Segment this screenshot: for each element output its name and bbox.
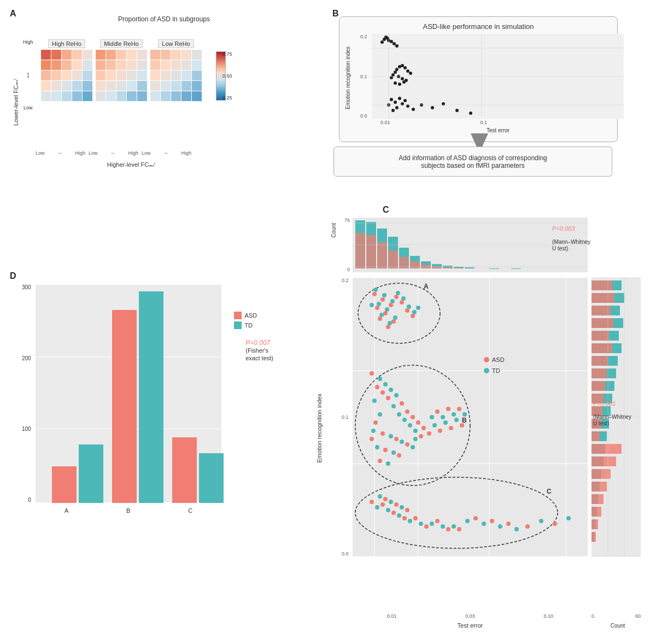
svg-point-182	[400, 505, 404, 510]
svg-point-175	[446, 527, 450, 531]
x-hl-labels: Low↔High Low↔High Low↔High	[36, 150, 191, 156]
panel-a-hl-labels: High ↕ Low	[23, 39, 33, 110]
svg-rect-65	[443, 267, 453, 268]
svg-point-167	[402, 516, 407, 520]
svg-rect-236	[591, 482, 607, 491]
heatmap-cell	[116, 81, 126, 91]
heatmap-cell	[83, 60, 92, 70]
svg-point-135	[397, 453, 401, 458]
heatmap-cell	[106, 91, 116, 101]
svg-point-123	[416, 420, 420, 425]
svg-point-191	[525, 524, 530, 529]
svg-point-153	[435, 409, 440, 414]
svg-point-162	[375, 505, 379, 510]
svg-point-83	[383, 311, 388, 315]
heatmap-cell	[171, 71, 181, 80]
heatmap-cell	[96, 81, 106, 91]
heatmap-cell	[51, 71, 61, 80]
svg-point-106	[355, 365, 470, 485]
heatmap-cell	[171, 60, 181, 70]
svg-point-119	[405, 409, 409, 414]
heatmap-cell	[106, 71, 116, 80]
svg-point-129	[394, 437, 399, 441]
svg-point-194	[566, 516, 571, 520]
panel-c-right-x-ticks: 0 60	[591, 613, 641, 619]
add-info-box: Add information of ASD diagnosis of corr…	[333, 147, 612, 177]
svg-point-94	[377, 302, 381, 306]
svg-point-115	[394, 393, 399, 397]
svg-rect-66	[454, 268, 464, 268]
heatmap-cell	[51, 60, 61, 70]
svg-point-104	[370, 303, 374, 307]
svg-rect-239	[591, 519, 598, 529]
heatmap-cell	[127, 50, 137, 60]
heatmap-cell	[41, 91, 51, 101]
heatmap-cell	[72, 60, 82, 70]
heatmap-cell	[83, 81, 92, 91]
panel-c-label: C	[383, 205, 389, 215]
heatmap-cell	[83, 71, 92, 80]
bar-c-td	[199, 453, 224, 503]
svg-point-37	[469, 112, 472, 115]
panel-b-x-ticks: 0.01 0.1	[380, 120, 487, 125]
svg-rect-240	[591, 532, 596, 542]
panel-c-scatter-main: A	[353, 278, 588, 557]
svg-point-124	[408, 423, 412, 428]
svg-point-14	[406, 69, 409, 73]
svg-point-108	[370, 371, 374, 376]
svg-rect-232	[591, 431, 600, 441]
panel-d-y-ticks: 300 200 100 0	[22, 284, 31, 503]
svg-point-149	[449, 426, 453, 430]
heatmap-cell	[127, 71, 137, 80]
heatmap-cell	[72, 71, 82, 80]
svg-point-152	[430, 415, 434, 419]
bar-a-td	[79, 444, 103, 503]
svg-point-190	[514, 527, 519, 531]
panel-c-count-right: Count	[593, 623, 642, 629]
bar-a-asd	[52, 466, 77, 503]
svg-point-142	[386, 461, 390, 466]
heatmap-cell	[192, 71, 202, 80]
heatmap-cell	[181, 91, 191, 101]
svg-rect-59	[377, 242, 387, 268]
svg-point-13	[391, 73, 395, 77]
svg-point-4	[393, 42, 396, 45]
svg-point-10	[401, 64, 404, 67]
svg-rect-63	[421, 265, 431, 268]
svg-point-180	[389, 500, 393, 504]
svg-point-122	[402, 418, 407, 422]
svg-rect-58	[366, 235, 376, 268]
panel-b-plot-bg	[372, 34, 624, 119]
panel-a-title: Proportion of ASD in subgroups	[38, 15, 290, 23]
heatmap-cell	[181, 60, 191, 70]
svg-point-158	[462, 412, 467, 417]
heatmap-cell	[127, 91, 137, 101]
svg-point-103	[388, 321, 392, 325]
svg-point-90	[378, 317, 382, 321]
heatmap-cell	[181, 81, 191, 91]
svg-rect-237	[591, 494, 604, 504]
panel-b-title: ASD-like performance in simulation	[345, 22, 612, 31]
svg-point-110	[375, 385, 379, 389]
svg-point-143	[419, 434, 423, 438]
heatmap-cell	[171, 91, 181, 101]
svg-point-195	[484, 357, 489, 362]
svg-text:C: C	[547, 488, 552, 495]
heatmap-cell	[51, 91, 61, 101]
panel-a-y-label: Lower-level FCₘᵣᴵ	[12, 38, 19, 126]
svg-point-163	[380, 502, 385, 507]
heatmap-cell	[41, 60, 51, 70]
svg-point-139	[373, 420, 378, 425]
heatmap-low-reho: Low ReHo	[150, 39, 202, 101]
svg-point-28	[395, 106, 399, 109]
svg-point-128	[389, 434, 393, 438]
svg-point-181	[394, 502, 399, 507]
svg-point-185	[473, 516, 478, 520]
low-reho-label: Low ReHo	[158, 39, 194, 48]
heatmap-cell	[62, 50, 72, 60]
heatmap-high-grid	[41, 50, 92, 101]
heatmap-cell	[192, 81, 202, 91]
svg-point-127	[380, 431, 385, 436]
bar-group-a	[52, 444, 103, 503]
svg-rect-224	[591, 331, 609, 341]
